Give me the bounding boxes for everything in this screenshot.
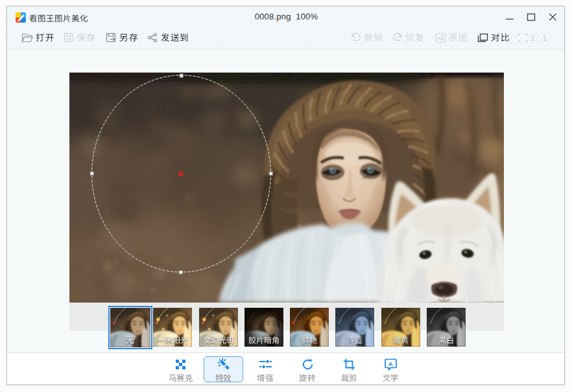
svg-text:A: A	[388, 360, 393, 367]
